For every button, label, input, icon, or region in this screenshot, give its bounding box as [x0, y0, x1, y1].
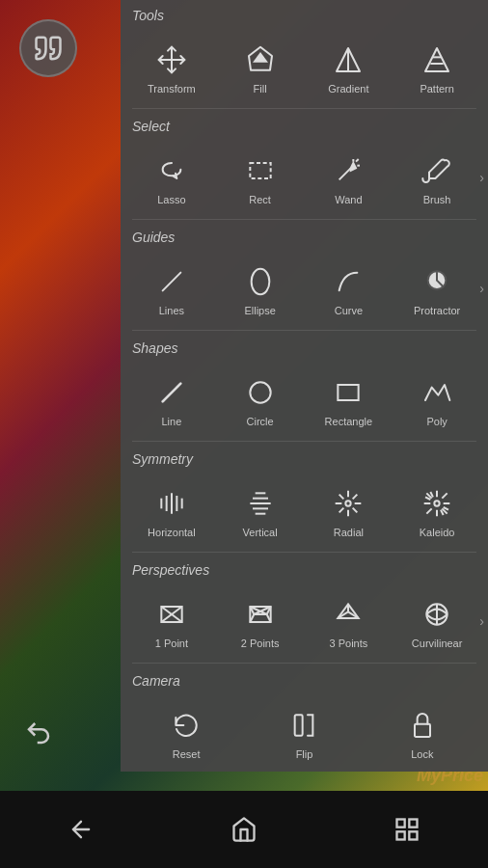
svg-rect-17 — [339, 385, 359, 400]
tool-3points[interactable]: 3 Points — [306, 585, 393, 657]
brush-button[interactable] — [19, 19, 77, 77]
svg-line-51 — [161, 607, 172, 614]
tool-poly[interactable]: Poly — [393, 364, 480, 435]
svg-line-13 — [163, 273, 181, 291]
gradient-label: Gradient — [328, 83, 368, 95]
svg-line-35 — [353, 495, 358, 500]
kaleido-label: Kaleido — [420, 527, 455, 538]
section-perspectives: Perspectives — [121, 555, 488, 582]
tool-reset[interactable]: Reset — [128, 696, 244, 768]
section-guides: Guides — [121, 222, 488, 249]
tool-transform[interactable]: Transform — [128, 31, 215, 102]
tool-wand[interactable]: Wand — [306, 142, 393, 213]
tool-2points[interactable]: 2 Points — [217, 585, 304, 657]
section-select: Select — [121, 111, 488, 138]
flip-icon — [283, 704, 325, 746]
section-symmetry: Symmetry — [121, 444, 488, 471]
svg-rect-70 — [415, 724, 430, 737]
curve-label: Curve — [335, 305, 363, 316]
perspectives-grid: 1 Point 2 Points — [121, 582, 488, 661]
lock-label: Lock — [411, 748, 433, 760]
tool-lines[interactable]: Lines — [128, 253, 215, 324]
tool-1point[interactable]: 1 Point — [128, 585, 215, 657]
fill-label: Fill — [254, 83, 267, 95]
svg-line-52 — [172, 607, 182, 614]
tool-protractor[interactable]: Protractor — [393, 253, 480, 324]
lines-label: Lines — [159, 305, 184, 316]
svg-line-9 — [339, 168, 351, 179]
home-icon — [230, 816, 258, 843]
curvilinear-icon — [416, 593, 458, 636]
svg-line-34 — [353, 508, 358, 513]
svg-rect-69 — [295, 715, 303, 735]
rectangle-icon — [327, 371, 369, 414]
vertical-icon — [239, 482, 282, 525]
brush-icon — [34, 34, 63, 63]
guides-arrow: › — [479, 281, 484, 296]
ellipse-label: Ellipse — [244, 305, 275, 316]
svg-line-33 — [339, 495, 344, 500]
section-camera: Camera — [121, 665, 488, 692]
lines-icon — [150, 260, 193, 303]
brush-select-label: Brush — [423, 194, 451, 205]
horizontal-label: Horizontal — [148, 527, 196, 538]
nav-apps-button[interactable] — [374, 806, 440, 853]
transform-label: Transform — [148, 83, 196, 95]
svg-point-16 — [250, 382, 270, 402]
tools-grid: Transform Fill Gradient Pattern — [121, 27, 488, 106]
tool-ellipse[interactable]: Ellipse — [217, 253, 304, 324]
tool-brush-select[interactable]: Brush — [393, 142, 480, 213]
circle-label: Circle — [247, 416, 274, 427]
svg-line-53 — [161, 614, 172, 622]
svg-line-44 — [442, 493, 447, 498]
tool-lasso[interactable]: Lasso — [128, 142, 215, 213]
2points-icon — [239, 593, 282, 636]
tool-rect[interactable]: Rect — [217, 142, 304, 213]
tool-flip[interactable]: Flip — [246, 696, 362, 768]
section-shapes: Shapes — [121, 333, 488, 360]
tool-circle[interactable]: Circle — [217, 364, 304, 435]
back-icon — [68, 816, 95, 843]
brush-select-icon — [416, 149, 458, 192]
radial-label: Radial — [334, 527, 364, 538]
tool-pattern[interactable]: Pattern — [393, 31, 480, 102]
nav-back-button[interactable] — [48, 806, 114, 853]
gradient-icon — [327, 39, 369, 81]
tool-kaleido[interactable]: Kaleido — [393, 475, 480, 546]
poly-icon — [416, 371, 458, 414]
tool-horizontal[interactable]: Horizontal — [128, 475, 215, 546]
tool-radial[interactable]: Radial — [306, 475, 393, 546]
tool-fill[interactable]: Fill — [217, 31, 304, 102]
shapes-grid: Line Circle Rectangle Poly — [121, 360, 488, 439]
lasso-icon — [150, 149, 193, 192]
wand-icon — [327, 149, 369, 192]
tool-vertical[interactable]: Vertical — [217, 475, 304, 546]
apps-icon — [393, 816, 420, 843]
undo-button[interactable] — [19, 714, 58, 752]
svg-point-37 — [434, 501, 439, 505]
svg-line-12 — [356, 159, 359, 162]
1point-icon — [150, 593, 193, 636]
svg-marker-5 — [425, 48, 448, 71]
tool-lock[interactable]: Lock — [365, 696, 480, 768]
tool-line[interactable]: Line — [128, 364, 215, 435]
svg-line-15 — [163, 384, 181, 402]
line-icon — [150, 371, 193, 414]
tool-rectangle[interactable]: Rectangle — [306, 364, 393, 435]
pattern-label: Pattern — [420, 83, 453, 95]
vertical-label: Vertical — [243, 527, 278, 538]
tool-curvilinear[interactable]: Curvilinear — [393, 585, 480, 657]
poly-label: Poly — [426, 416, 447, 427]
protractor-icon — [416, 260, 458, 303]
tool-curve[interactable]: Curve — [306, 253, 393, 324]
svg-line-45 — [426, 508, 431, 513]
perspectives-arrow: › — [479, 613, 484, 629]
curve-icon — [327, 260, 369, 303]
flip-label: Flip — [296, 748, 313, 760]
bottom-navigation — [0, 791, 488, 868]
rectangle-label: Rectangle — [325, 416, 373, 427]
nav-home-button[interactable] — [211, 806, 277, 853]
circle-icon — [239, 371, 282, 414]
fill-icon — [239, 39, 282, 81]
tool-gradient[interactable]: Gradient — [306, 31, 393, 102]
